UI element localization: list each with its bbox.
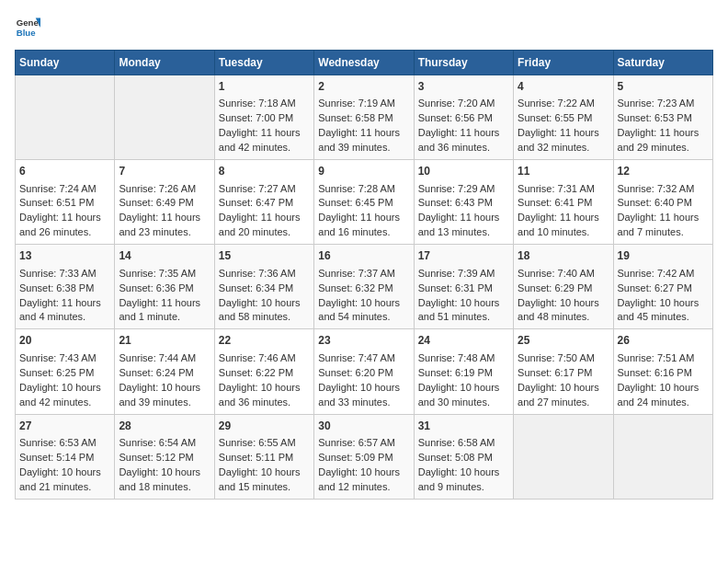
day-info: Daylight: 11 hours and 20 minutes.	[219, 211, 310, 240]
day-number: 7	[119, 164, 210, 179]
calendar-cell: 6Sunrise: 7:24 AMSunset: 6:51 PMDaylight…	[16, 160, 115, 245]
day-info: Daylight: 11 hours and 39 minutes.	[318, 126, 409, 155]
day-number: 9	[318, 164, 409, 179]
day-number: 29	[219, 419, 310, 434]
day-info: Daylight: 11 hours and 42 minutes.	[219, 126, 310, 155]
day-info: Sunset: 7:00 PM	[219, 111, 310, 126]
calendar-cell: 12Sunrise: 7:32 AMSunset: 6:40 PMDayligh…	[613, 160, 712, 245]
day-number: 14	[119, 248, 210, 264]
calendar-cell: 4Sunrise: 7:22 AMSunset: 6:55 PMDaylight…	[514, 75, 613, 160]
day-info: Sunrise: 7:37 AM	[318, 267, 409, 282]
day-number: 5	[618, 79, 709, 95]
day-info: Sunrise: 7:18 AM	[219, 97, 310, 111]
weekday-header: Sunday	[16, 51, 115, 75]
day-info: Daylight: 11 hours and 26 minutes.	[19, 211, 110, 240]
calendar-cell: 29Sunrise: 6:55 AMSunset: 5:11 PMDayligh…	[214, 414, 313, 499]
day-info: Daylight: 11 hours and 1 minute.	[119, 296, 210, 326]
day-info: Daylight: 10 hours and 12 minutes.	[318, 465, 409, 495]
calendar-cell: 11Sunrise: 7:31 AMSunset: 6:41 PMDayligh…	[514, 160, 613, 245]
day-number: 8	[219, 164, 310, 179]
day-info: Daylight: 10 hours and 9 minutes.	[418, 465, 509, 495]
day-info: Sunset: 6:36 PM	[119, 282, 210, 296]
day-info: Sunset: 6:55 PM	[518, 111, 609, 126]
day-number: 22	[219, 333, 310, 349]
day-info: Daylight: 11 hours and 23 minutes.	[119, 211, 210, 240]
day-info: Daylight: 11 hours and 10 minutes.	[518, 211, 609, 240]
day-info: Daylight: 10 hours and 18 minutes.	[119, 465, 210, 495]
calendar-table: SundayMondayTuesdayWednesdayThursdayFrid…	[15, 50, 713, 500]
day-number: 30	[318, 419, 409, 434]
calendar-cell: 21Sunrise: 7:44 AMSunset: 6:24 PMDayligh…	[115, 329, 214, 414]
day-info: Daylight: 10 hours and 48 minutes.	[518, 296, 609, 326]
day-info: Sunset: 6:49 PM	[119, 196, 210, 211]
day-info: Daylight: 10 hours and 27 minutes.	[518, 381, 609, 410]
day-info: Sunrise: 7:33 AM	[19, 267, 110, 282]
calendar-cell: 28Sunrise: 6:54 AMSunset: 5:12 PMDayligh…	[115, 414, 214, 499]
day-info: Sunset: 6:38 PM	[19, 282, 110, 296]
day-info: Sunset: 6:40 PM	[618, 196, 709, 211]
calendar-cell: 24Sunrise: 7:48 AMSunset: 6:19 PMDayligh…	[414, 329, 513, 414]
calendar-cell: 25Sunrise: 7:50 AMSunset: 6:17 PMDayligh…	[514, 329, 613, 414]
day-info: Sunset: 5:09 PM	[318, 451, 409, 465]
calendar-cell: 30Sunrise: 6:57 AMSunset: 5:09 PMDayligh…	[314, 414, 414, 499]
calendar-cell: 18Sunrise: 7:40 AMSunset: 6:29 PMDayligh…	[514, 245, 613, 329]
day-info: Sunset: 5:14 PM	[19, 451, 110, 465]
day-info: Sunrise: 7:23 AM	[618, 97, 709, 111]
day-number: 26	[618, 333, 709, 349]
svg-text:Blue: Blue	[17, 28, 36, 38]
day-info: Sunset: 6:43 PM	[418, 196, 509, 211]
weekday-header: Thursday	[414, 51, 513, 75]
day-info: Sunset: 6:41 PM	[518, 196, 609, 211]
calendar-row: 27Sunrise: 6:53 AMSunset: 5:14 PMDayligh…	[16, 414, 713, 499]
day-info: Sunrise: 7:51 AM	[618, 351, 709, 366]
day-info: Sunrise: 7:32 AM	[618, 182, 709, 197]
day-info: Sunset: 6:34 PM	[219, 282, 310, 296]
day-info: Daylight: 11 hours and 32 minutes.	[518, 126, 609, 155]
day-info: Sunset: 6:47 PM	[219, 196, 310, 211]
day-info: Daylight: 10 hours and 54 minutes.	[318, 296, 409, 326]
day-info: Daylight: 10 hours and 21 minutes.	[19, 465, 110, 495]
calendar-row: 1Sunrise: 7:18 AMSunset: 7:00 PMDaylight…	[16, 75, 713, 160]
calendar-cell: 15Sunrise: 7:36 AMSunset: 6:34 PMDayligh…	[214, 245, 313, 329]
day-info: Sunset: 6:51 PM	[19, 196, 110, 211]
day-info: Sunset: 6:24 PM	[119, 366, 210, 381]
day-number: 28	[119, 419, 210, 434]
weekday-header: Friday	[514, 51, 613, 75]
day-info: Daylight: 10 hours and 39 minutes.	[119, 381, 210, 410]
day-info: Sunrise: 7:19 AM	[318, 97, 409, 111]
weekday-header: Saturday	[613, 51, 712, 75]
day-info: Daylight: 11 hours and 29 minutes.	[618, 126, 709, 155]
calendar-header: SundayMondayTuesdayWednesdayThursdayFrid…	[16, 51, 713, 75]
day-number: 1	[219, 79, 310, 95]
calendar-cell	[613, 414, 712, 499]
day-info: Sunrise: 7:46 AM	[219, 351, 310, 366]
logo: General Blue	[15, 15, 40, 40]
day-info: Sunset: 6:31 PM	[418, 282, 509, 296]
calendar-cell: 8Sunrise: 7:27 AMSunset: 6:47 PMDaylight…	[214, 160, 313, 245]
day-number: 31	[418, 419, 509, 434]
day-info: Daylight: 11 hours and 7 minutes.	[618, 211, 709, 240]
day-info: Sunrise: 7:27 AM	[219, 182, 310, 197]
day-number: 17	[418, 248, 509, 264]
day-info: Sunrise: 6:53 AM	[19, 436, 110, 451]
day-info: Daylight: 10 hours and 36 minutes.	[219, 381, 310, 410]
calendar-cell	[514, 414, 613, 499]
day-info: Sunrise: 6:57 AM	[318, 436, 409, 451]
day-info: Sunrise: 7:24 AM	[19, 182, 110, 197]
day-number: 20	[19, 333, 110, 349]
day-info: Daylight: 10 hours and 30 minutes.	[418, 381, 509, 410]
day-info: Sunrise: 7:20 AM	[418, 97, 509, 111]
day-info: Sunrise: 7:42 AM	[618, 267, 709, 282]
day-number: 25	[518, 333, 609, 349]
day-info: Sunset: 5:11 PM	[219, 451, 310, 465]
day-number: 23	[318, 333, 409, 349]
day-info: Sunrise: 7:35 AM	[119, 267, 210, 282]
calendar-body: 1Sunrise: 7:18 AMSunset: 7:00 PMDaylight…	[16, 75, 713, 500]
calendar-cell: 2Sunrise: 7:19 AMSunset: 6:58 PMDaylight…	[314, 75, 414, 160]
day-info: Sunset: 5:08 PM	[418, 451, 509, 465]
day-info: Sunrise: 7:48 AM	[418, 351, 509, 366]
day-number: 15	[219, 248, 310, 264]
calendar-cell	[115, 75, 214, 160]
day-number: 11	[518, 164, 609, 179]
day-number: 3	[418, 79, 509, 95]
